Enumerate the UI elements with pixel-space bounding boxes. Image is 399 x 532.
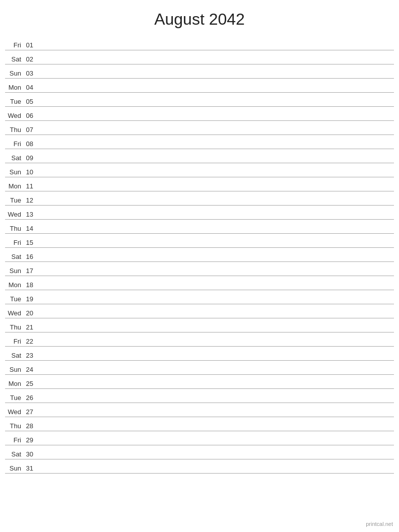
day-line	[37, 359, 394, 359]
day-row: Sun10	[5, 163, 394, 177]
footer-text: printcal.net	[366, 521, 393, 527]
day-line	[37, 246, 394, 246]
day-name: Wed	[5, 408, 24, 416]
day-row: Thu28	[5, 417, 394, 431]
day-name: Thu	[5, 422, 24, 430]
day-line	[37, 330, 394, 331]
day-row: Wed27	[5, 403, 394, 417]
day-line	[37, 218, 394, 218]
day-number: 22	[24, 338, 37, 345]
day-row: Sat02	[5, 50, 394, 64]
day-number: 17	[24, 267, 37, 275]
day-number: 09	[24, 154, 37, 162]
day-number: 10	[24, 168, 37, 176]
day-name: Thu	[5, 225, 24, 232]
day-row: Thu21	[5, 318, 394, 332]
day-name: Fri	[5, 436, 24, 444]
day-name: Tue	[5, 295, 24, 303]
day-name: Sat	[5, 450, 24, 458]
day-row: Wed13	[5, 206, 394, 220]
day-row: Tue12	[5, 191, 394, 206]
day-name: Sat	[5, 352, 24, 359]
day-line	[37, 387, 394, 387]
day-number: 31	[24, 464, 37, 472]
day-name: Thu	[5, 126, 24, 134]
day-number: 12	[24, 196, 37, 204]
day-name: Fri	[5, 140, 24, 148]
day-name: Tue	[5, 196, 24, 204]
day-row: Sun03	[5, 64, 394, 79]
day-name: Fri	[5, 239, 24, 246]
day-line	[37, 133, 394, 134]
day-number: 24	[24, 366, 37, 373]
day-line	[37, 274, 394, 275]
day-name: Sat	[5, 55, 24, 63]
day-line	[37, 232, 394, 232]
day-name: Wed	[5, 309, 24, 317]
day-row: Sat16	[5, 248, 394, 262]
day-name: Sun	[5, 464, 24, 472]
day-row: Tue26	[5, 389, 394, 403]
day-number: 16	[24, 253, 37, 260]
day-line	[37, 373, 394, 373]
day-name: Fri	[5, 338, 24, 345]
day-row: Fri01	[5, 36, 394, 50]
day-number: 13	[24, 211, 37, 218]
day-row: Sun24	[5, 361, 394, 375]
day-line	[37, 443, 394, 444]
day-name: Wed	[5, 112, 24, 119]
day-number: 06	[24, 112, 37, 119]
day-line	[37, 204, 394, 204]
day-row: Sat30	[5, 445, 394, 459]
day-row: Sat09	[5, 149, 394, 163]
day-row: Mon18	[5, 276, 394, 290]
day-number: 20	[24, 309, 37, 317]
day-number: 18	[24, 281, 37, 289]
day-line	[37, 147, 394, 148]
day-number: 30	[24, 450, 37, 458]
day-line	[37, 48, 394, 49]
day-line	[37, 415, 394, 416]
day-number: 05	[24, 98, 37, 105]
day-number: 11	[24, 182, 37, 190]
day-line	[37, 91, 394, 91]
day-number: 15	[24, 239, 37, 246]
day-number: 14	[24, 225, 37, 232]
day-number: 03	[24, 70, 37, 77]
day-number: 28	[24, 422, 37, 430]
day-line	[37, 457, 394, 458]
day-name: Sun	[5, 267, 24, 275]
day-number: 29	[24, 436, 37, 444]
day-row: Tue05	[5, 93, 394, 107]
day-line	[37, 472, 394, 472]
day-line	[37, 316, 394, 317]
day-name: Sat	[5, 253, 24, 260]
day-line	[37, 288, 394, 289]
day-line	[37, 105, 394, 105]
day-line	[37, 302, 394, 303]
day-name: Mon	[5, 281, 24, 289]
day-row: Fri15	[5, 234, 394, 248]
day-name: Mon	[5, 84, 24, 91]
day-name: Wed	[5, 211, 24, 218]
day-number: 26	[24, 394, 37, 402]
day-name: Thu	[5, 323, 24, 331]
day-row: Tue19	[5, 290, 394, 304]
day-row: Thu07	[5, 121, 394, 135]
day-name: Sun	[5, 70, 24, 77]
day-line	[37, 175, 394, 176]
calendar-list: Fri01Sat02Sun03Mon04Tue05Wed06Thu07Fri08…	[0, 36, 399, 474]
day-name: Tue	[5, 394, 24, 402]
day-row: Wed20	[5, 304, 394, 318]
day-row: Mon11	[5, 177, 394, 191]
day-line	[37, 345, 394, 345]
day-name: Sat	[5, 154, 24, 162]
day-name: Mon	[5, 182, 24, 190]
day-name: Fri	[5, 41, 24, 49]
day-line	[37, 189, 394, 190]
day-number: 02	[24, 55, 37, 63]
day-number: 07	[24, 126, 37, 134]
day-row: Mon04	[5, 79, 394, 93]
page-title: August 2042	[0, 0, 399, 36]
day-name: Tue	[5, 98, 24, 105]
